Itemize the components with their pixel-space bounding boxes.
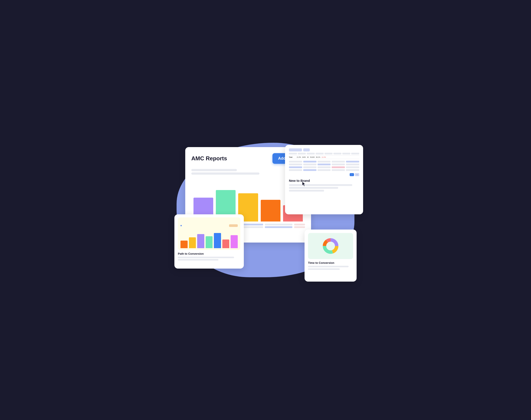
ntb-header-row — [289, 148, 359, 151]
ntb-table-header — [289, 153, 359, 154]
ptc-bar — [197, 234, 204, 248]
table-cell — [332, 164, 345, 165]
ntb-val-red: 12.4% — [322, 156, 326, 158]
ptc-chart-header — [180, 224, 238, 227]
ptc-bar — [222, 240, 230, 248]
ptc-chart-area — [178, 217, 240, 250]
table-cell — [318, 164, 331, 165]
desc-row — [178, 257, 234, 258]
ntb-col-head — [298, 153, 306, 154]
ptc-bar — [189, 237, 196, 248]
table-cell — [265, 226, 292, 228]
ntb-table-area: Total 21.5% $450 30 56,800 89.2% 12.4% — [289, 148, 359, 176]
ntb-val: $450 — [302, 156, 306, 158]
desc-row — [289, 184, 352, 186]
new-to-brand-title: New to Brand — [289, 179, 359, 182]
scene: AMC Reports Add Report — [168, 134, 363, 286]
ptc-desc-rows — [178, 257, 240, 261]
ntb-val: 56,800 — [310, 156, 314, 158]
table-cell — [346, 161, 359, 163]
desc-row — [308, 268, 340, 270]
ntb-col-head — [307, 153, 315, 154]
ptc-bar — [206, 236, 213, 248]
ntb-col-head — [316, 153, 324, 154]
time-to-conversion-card: Time to Conversion — [305, 229, 357, 282]
ptc-legend — [180, 224, 182, 227]
ntb-col-head — [351, 153, 359, 154]
table-cell — [289, 166, 302, 168]
ntb-filter — [303, 148, 310, 151]
ntb-filter — [289, 148, 302, 151]
table-cell — [332, 166, 345, 168]
skeleton-row — [191, 169, 237, 171]
table-cell — [346, 164, 359, 165]
table-cell — [294, 226, 305, 228]
table-cell — [332, 161, 345, 163]
table-cell — [318, 166, 331, 168]
table-row — [289, 169, 359, 171]
ntb-col-head — [333, 153, 341, 154]
ntb-col-head — [342, 153, 350, 154]
table-cell — [303, 169, 316, 171]
page-title: AMC Reports — [191, 155, 227, 162]
ptc-bars — [180, 229, 238, 248]
table-cell — [318, 161, 331, 163]
table-cell — [289, 164, 302, 165]
donut-svg — [322, 237, 339, 255]
ntb-val: 21.5% — [297, 156, 301, 158]
desc-row — [289, 187, 338, 189]
ptc-bar — [180, 240, 188, 248]
table-cell — [303, 164, 316, 165]
ntb-col-head — [289, 153, 297, 154]
table-row — [289, 166, 359, 168]
table-cell — [346, 166, 359, 168]
ntb-data-rows — [289, 161, 359, 171]
path-to-conversion-title: Path to Conversion — [178, 252, 240, 255]
ptc-bar — [214, 233, 221, 248]
desc-row — [178, 259, 219, 261]
pagination-prev[interactable]: ‹ — [350, 173, 354, 176]
desc-row — [308, 266, 349, 267]
ntb-val: 89.2% — [316, 156, 320, 158]
path-to-conversion-card: Path to Conversion — [174, 214, 244, 269]
table-cell — [265, 224, 292, 225]
ntb-val: 30 — [307, 156, 309, 158]
table-cell — [318, 169, 331, 171]
ntb-total-label: Total — [289, 156, 295, 158]
ntb-col-head — [324, 153, 333, 154]
ptc-bar — [231, 235, 238, 248]
time-to-conversion-title: Time to Conversion — [308, 261, 353, 264]
svg-point-6 — [326, 242, 335, 250]
pagination-next[interactable]: › — [355, 173, 359, 176]
new-to-brand-card: Total 21.5% $450 30 56,800 89.2% 12.4% — [285, 145, 363, 214]
table-cell — [289, 161, 302, 163]
table-cell — [294, 224, 305, 225]
bar — [261, 200, 280, 222]
table-row — [289, 164, 359, 165]
ntb-pagination: ‹ › — [289, 173, 359, 176]
table-cell — [332, 169, 345, 171]
legend-dot — [180, 225, 182, 226]
ntb-desc-rows — [289, 184, 359, 192]
table-cell — [346, 169, 359, 171]
skeleton-row — [191, 172, 259, 175]
ptc-filter — [229, 224, 238, 227]
table-cell — [303, 161, 316, 163]
table-cell — [303, 166, 316, 168]
table-cell — [289, 169, 302, 171]
ttc-desc-rows — [308, 266, 353, 270]
table-row — [289, 161, 359, 163]
ttc-donut-area — [308, 233, 353, 259]
desc-row — [289, 190, 324, 192]
ntb-total-row: Total 21.5% $450 30 56,800 89.2% 12.4% — [289, 155, 359, 159]
ttc-donut — [322, 237, 339, 255]
